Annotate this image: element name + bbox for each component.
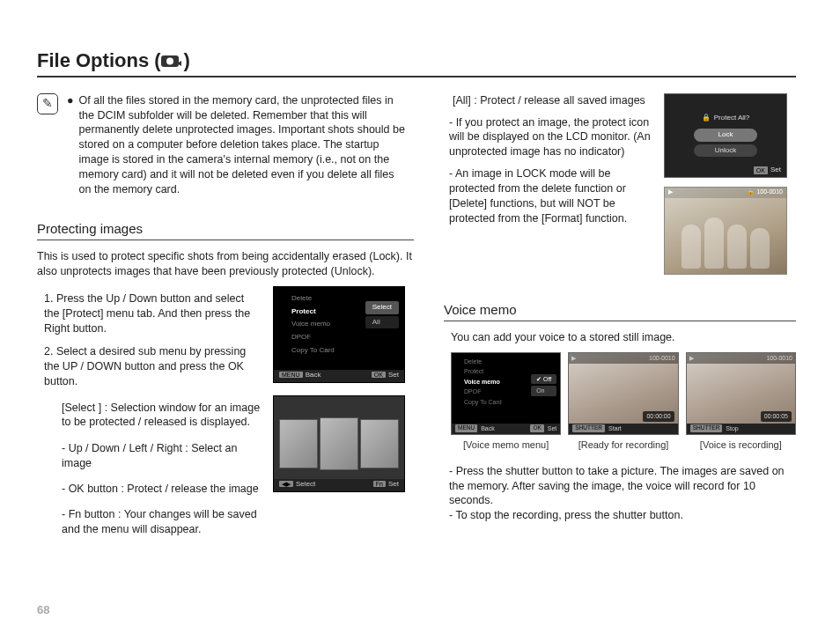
protect-all-dialog: 🔒Protect All? Lock Unlock OKSet <box>664 93 787 178</box>
note-pencil-icon: ✎ <box>37 93 58 114</box>
protect-menu-screen: Delete Protect Voice memo DPOF Copy To C… <box>273 286 405 383</box>
note-box: ✎ ● Of all the files stored in the memor… <box>37 93 407 197</box>
play-icon: ▶ <box>571 354 576 362</box>
voice-b2: - To stop the recording, press the shutt… <box>449 508 796 523</box>
page-number: 68 <box>37 602 49 618</box>
play-icon: ▶ <box>668 188 673 198</box>
caption: [Ready for recording] <box>568 439 678 452</box>
caption: [Voice is recording] <box>686 439 796 452</box>
voice-b1: - Press the shutter button to take a pic… <box>449 464 796 509</box>
bullet-icon: ● <box>67 93 74 197</box>
note-text: Of all the files stored in the memory ca… <box>79 93 407 197</box>
page-title: File Options ( ) <box>37 48 796 77</box>
caption: [Voice memo menu] <box>451 439 561 452</box>
thumbnail <box>279 419 318 468</box>
person-shape <box>704 217 724 269</box>
protected-image-preview: ▶ 🔒 100-0010 <box>664 187 787 275</box>
menu-option-selected: Select <box>365 301 399 314</box>
person-shape <box>727 225 747 269</box>
section-protecting-images: Protecting images <box>37 220 414 240</box>
menu-item: Copy To Card <box>279 344 399 358</box>
section-voice-memo: Voice memo <box>444 301 796 321</box>
sub-fn: - Fn button : Your changes will be saved… <box>62 507 262 537</box>
dialog-lock-button[interactable]: Lock <box>694 129 757 142</box>
lock-icon: 🔒 <box>702 114 711 123</box>
person-shape <box>750 228 770 269</box>
title-paren: ( ) <box>154 48 190 74</box>
svg-point-1 <box>166 57 173 64</box>
voice-ready-screen: ▶100-0010 00:00:00 SHUTTERStart <box>568 352 678 435</box>
voice-recording-screen: ▶100-0010 00:00:05 SHUTTERStop <box>686 352 796 435</box>
play-icon: ▶ <box>689 354 694 362</box>
check-icon: ✔ <box>536 376 542 382</box>
voice-intro: You can add your voice to a stored still… <box>451 330 796 345</box>
thumbnail <box>360 419 399 468</box>
protect-intro: This is used to protect specific shots f… <box>37 249 414 279</box>
title-text: File Options <box>37 48 149 74</box>
person-shape <box>682 225 701 269</box>
file-options-icon <box>160 53 183 69</box>
dialog-unlock-button[interactable]: Unlock <box>694 144 757 158</box>
step-1: 1. Press the Up / Down button and select… <box>44 291 262 336</box>
voice-memo-menu-screen: Delete Protect Voice memo DPOF Copy To C… <box>451 352 561 435</box>
lock-icon: 🔒 <box>747 188 755 195</box>
sub-ok: - OK button : Protect / release the imag… <box>62 482 262 497</box>
protect-note-2: - An image in LOCK mode will be protecte… <box>449 166 652 226</box>
sub-udlr: - Up / Down / Left / Right : Select an i… <box>62 441 262 471</box>
thumbnail-selected <box>320 417 358 470</box>
all-label: [All] : Protect / release all saved imag… <box>453 93 652 108</box>
step-2: 2. Select a desired sub menu by pressing… <box>44 344 262 389</box>
menu-option: All <box>365 316 399 329</box>
protect-select-screen: ◀▶Select FnSet <box>273 395 405 492</box>
protect-note-1: - If you protect an image, the protect i… <box>449 115 652 160</box>
sub-select: [Select ] : Selection window for an imag… <box>62 401 262 431</box>
menu-item: DPOF <box>279 331 399 344</box>
